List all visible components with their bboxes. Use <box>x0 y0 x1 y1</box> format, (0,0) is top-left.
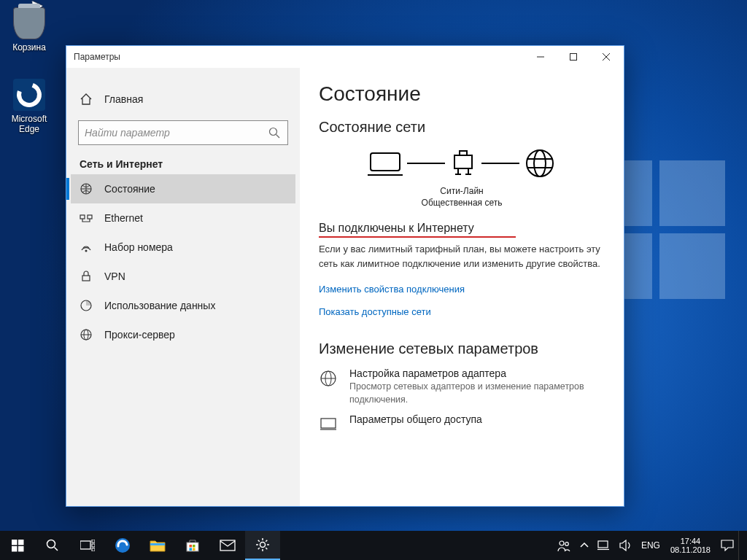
tray-network[interactable] <box>593 531 615 560</box>
option-adapter-settings[interactable]: Настройка параметров адаптера Просмотр с… <box>319 368 605 406</box>
network-diagram <box>319 147 605 179</box>
page-title: Состояние <box>319 82 605 106</box>
section-heading: Состояние сети <box>319 119 605 136</box>
status-description: Если у вас лимитный тарифный план, вы мо… <box>319 242 605 271</box>
ethernet-icon <box>80 211 93 225</box>
computer-icon <box>368 149 403 178</box>
svg-rect-12 <box>460 151 467 155</box>
nav-item-data-usage[interactable]: Использование данных <box>71 291 295 320</box>
section-heading: Изменение сетевых параметров <box>319 341 605 357</box>
svg-rect-3 <box>80 215 85 219</box>
svg-rect-20 <box>12 546 18 552</box>
svg-rect-28 <box>150 543 165 545</box>
nav-item-label: Ethernet <box>104 212 143 224</box>
nav-item-vpn[interactable]: VPN <box>71 262 295 291</box>
nav-item-ethernet[interactable]: Ethernet <box>71 203 295 233</box>
tray-time: 17:44 <box>681 537 701 545</box>
main-pane: Состояние Состояние сети Сити-Лайн Общес… <box>300 68 624 506</box>
people-icon <box>557 539 571 552</box>
nav-item-label: VPN <box>104 271 125 282</box>
tray-notifications[interactable] <box>716 531 738 560</box>
tray-date: 08.11.2018 <box>670 545 711 554</box>
svg-rect-24 <box>92 540 95 542</box>
task-view-button[interactable] <box>70 531 105 560</box>
search-icon <box>268 127 280 139</box>
link-show-available-networks[interactable]: Показать доступные сети <box>319 306 431 317</box>
taskbar-settings[interactable] <box>245 531 280 560</box>
tray-people[interactable] <box>552 531 576 560</box>
status-title: Вы подключены к Интернету <box>319 222 605 235</box>
desktop-icon-label: Корзина <box>0 42 58 52</box>
system-tray: ENG 17:44 08.11.2018 <box>552 531 747 560</box>
task-view-icon <box>80 540 95 551</box>
svg-rect-21 <box>18 546 24 552</box>
svg-rect-23 <box>80 541 90 549</box>
diagram-network-type: Общественная сеть <box>319 197 605 209</box>
search-button[interactable] <box>35 531 70 560</box>
annotation-underline <box>319 236 516 238</box>
svg-rect-34 <box>220 540 235 551</box>
taskbar-explorer[interactable] <box>140 531 175 560</box>
close-button[interactable] <box>589 46 622 68</box>
maximize-button[interactable] <box>557 46 589 68</box>
chevron-up-icon <box>580 541 589 550</box>
svg-rect-32 <box>190 548 193 551</box>
show-desktop-button[interactable] <box>738 531 743 560</box>
diagram-network-name: Сити-Лайн <box>319 185 605 197</box>
desktop-icon-edge[interactable]: Microsoft Edge <box>0 79 58 134</box>
nav-item-label: Использование данных <box>104 300 215 311</box>
proxy-icon <box>80 328 93 341</box>
svg-point-35 <box>260 542 266 548</box>
svg-point-5 <box>85 250 88 252</box>
sharing-icon <box>319 415 338 434</box>
nav-category: Сеть и Интернет <box>80 158 287 170</box>
search-input[interactable]: Найти параметр <box>78 120 288 145</box>
nav-item-label: Состояние <box>104 183 155 195</box>
gear-icon <box>255 537 270 552</box>
tray-language[interactable]: ENG <box>637 531 665 560</box>
edge-icon <box>115 537 131 553</box>
option-title: Параметры общего доступа <box>349 413 482 425</box>
svg-point-37 <box>565 542 569 546</box>
taskbar-mail[interactable] <box>210 531 245 560</box>
svg-rect-4 <box>88 215 92 219</box>
router-icon <box>449 149 477 177</box>
svg-rect-6 <box>82 276 90 281</box>
search-placeholder: Найти параметр <box>85 127 266 139</box>
minimize-button[interactable] <box>524 46 557 68</box>
volume-icon <box>619 540 632 551</box>
start-button[interactable] <box>0 531 35 560</box>
tray-volume[interactable] <box>615 531 637 560</box>
globe-icon <box>80 182 93 195</box>
taskbar-edge[interactable] <box>105 531 140 560</box>
settings-window: Параметры Главная Найти параметр <box>66 45 624 507</box>
notifications-icon <box>721 540 734 551</box>
edge-icon <box>13 79 45 111</box>
nav-item-proxy[interactable]: Прокси-сервер <box>71 320 295 349</box>
taskbar: ENG 17:44 08.11.2018 <box>0 531 747 560</box>
home-icon <box>80 93 93 106</box>
taskbar-store[interactable] <box>175 531 210 560</box>
svg-rect-18 <box>12 540 18 545</box>
windows-icon <box>12 540 24 552</box>
nav-item-dialup[interactable]: Набор номера <box>71 233 295 262</box>
desktop-icon-recycle-bin[interactable]: Корзина <box>0 7 58 52</box>
home-label: Главная <box>104 93 143 105</box>
tray-chevron-up[interactable] <box>576 531 593 560</box>
svg-point-14 <box>534 150 546 176</box>
svg-rect-30 <box>190 545 193 548</box>
option-sharing-settings[interactable]: Параметры общего доступа <box>319 413 605 434</box>
svg-point-22 <box>47 540 55 548</box>
home-button[interactable]: Главная <box>71 85 295 113</box>
tray-clock[interactable]: 17:44 08.11.2018 <box>665 531 716 560</box>
option-description: Просмотр сетевых адаптеров и изменение п… <box>349 381 590 406</box>
titlebar[interactable]: Параметры <box>66 46 624 68</box>
link-change-connection-properties[interactable]: Изменить свойства подключения <box>319 284 465 295</box>
svg-rect-11 <box>454 155 472 168</box>
svg-rect-19 <box>18 540 24 545</box>
network-icon <box>597 540 611 551</box>
svg-point-13 <box>527 150 553 176</box>
svg-rect-33 <box>193 548 196 551</box>
folder-icon <box>150 539 166 552</box>
nav-item-status[interactable]: Состояние <box>71 174 295 203</box>
